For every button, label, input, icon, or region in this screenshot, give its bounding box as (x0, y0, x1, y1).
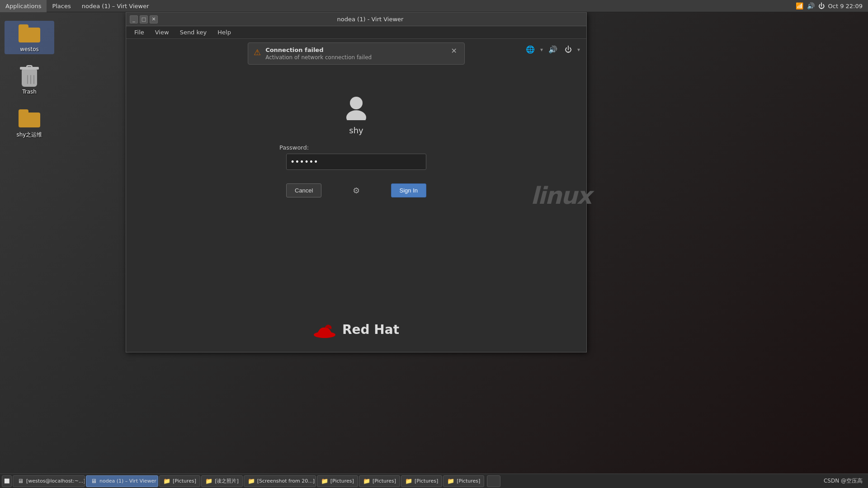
taskbar: ⬜ 🖥 [westos@localhost:~...] 🖥 nodea (1) … (0, 474, 868, 488)
icon-label-trash: Trash (22, 89, 37, 95)
taskbar-pictures6[interactable]: 📁 [Pictures] (443, 475, 484, 487)
taskbar-pictures3-label: [Pictures] (330, 478, 354, 484)
pictures1-icon: 📁 (163, 478, 170, 485)
pictures3-icon: 📁 (321, 478, 328, 485)
settings-gear-icon[interactable]: ⚙ (353, 186, 360, 195)
cancel-button[interactable]: Cancel (286, 183, 321, 197)
taskbar-screenshot[interactable]: 📁 [Screenshot from 20...] (244, 475, 316, 487)
show-desktop-icon: ⬜ (4, 479, 9, 483)
folder-icon-shy (19, 108, 40, 129)
menu-view[interactable]: View (151, 28, 174, 37)
taskbar-westos-terminal[interactable]: 🖥 [westos@localhost:~...] (13, 475, 85, 487)
menu-help[interactable]: Help (213, 28, 236, 37)
pictures6-icon: 📁 (447, 478, 454, 485)
terminal-icon: 🖥 (17, 478, 24, 485)
password-label: Password: (279, 144, 309, 151)
notif-close-button[interactable]: ✕ (449, 47, 459, 55)
screenshot-icon: 📁 (248, 478, 255, 485)
taskbar-right-text: CSDN @空压高 (824, 477, 863, 485)
virt-menubar: File View Send key Help (126, 26, 586, 39)
viewer-icon: 🖥 (90, 478, 97, 485)
taskbar-pictures5[interactable]: 📁 [Pictures] (401, 475, 442, 487)
icon-label-westos: westos (20, 46, 39, 52)
taskbar-pictures6-label: [Pictures] (457, 478, 480, 484)
password-input[interactable] (286, 154, 426, 170)
trash-icon (19, 65, 40, 87)
notification-bar: ⚠ Connection failed Activation of networ… (248, 42, 465, 65)
notif-title: Connection failed (265, 47, 444, 53)
svg-point-0 (350, 97, 363, 109)
places-menu[interactable]: Places (47, 0, 76, 12)
notif-subtitle: Activation of network connection failed (265, 54, 444, 61)
maximize-button[interactable]: □ (140, 15, 148, 23)
desktop-icon-shy-folder[interactable]: shy之运维 (5, 106, 54, 141)
taskbar-pictures1[interactable]: 📁 [Pictures] (159, 475, 200, 487)
taskbar-screenshot-label: [Screenshot from 20...] (257, 478, 315, 484)
desktop-icon-westos[interactable]: westos (5, 21, 54, 54)
vm-topright-icons: 🌐 ▾ 🔊 ⏻ ▾ (524, 43, 580, 56)
taskbar-pictures4[interactable]: 📁 [Pictures] (359, 475, 400, 487)
redhat-logo: Red Hat (313, 320, 399, 338)
linux-watermark: linux (531, 182, 591, 209)
topbar: Applications Places nodea (1) – Virt Vie… (0, 0, 868, 12)
username-display: shy (349, 126, 363, 135)
topbar-right: 📶 🔊 ⏻ Oct 9 22:09 (796, 2, 868, 9)
desktop-icons: westos Trash (0, 16, 59, 154)
speaker-icon: 🔊 (807, 2, 815, 9)
taskbar-pictures2-label: [读之照片] (215, 478, 239, 484)
network-dropdown[interactable]: ▾ (540, 47, 543, 53)
menu-file[interactable]: File (130, 28, 149, 37)
desktop-icon-trash[interactable]: Trash (5, 63, 54, 97)
power-dropdown[interactable]: ▾ (577, 47, 580, 53)
icon-label-shy: shy之运维 (17, 131, 42, 139)
window-title-topbar: nodea (1) – Virt Viewer (76, 0, 155, 12)
taskbar-pictures5-label: [Pictures] (415, 478, 438, 484)
topbar-left: Applications Places nodea (1) – Virt Vie… (0, 0, 154, 12)
applications-menu[interactable]: Applications (0, 0, 47, 12)
vm-content: 🌐 ▾ 🔊 ⏻ ▾ ⚠ Connection failed Activation… (126, 39, 586, 352)
taskbar-spacer (487, 475, 500, 487)
svg-point-1 (346, 110, 366, 120)
redhat-brand-text: Red Hat (342, 322, 399, 337)
virt-window-title: nodea (1) - Virt Viewer (158, 16, 583, 23)
notif-warning-icon: ⚠ (254, 47, 261, 57)
wifi-icon: 📶 (796, 2, 803, 9)
user-avatar (343, 93, 370, 120)
close-button[interactable]: ✕ (150, 15, 158, 23)
taskbar-westos-label: [westos@localhost:~...] (26, 478, 85, 484)
volume-icon[interactable]: 🔊 (547, 43, 559, 56)
taskbar-pictures3[interactable]: 📁 [Pictures] (317, 475, 358, 487)
taskbar-pictures4-label: [Pictures] (373, 478, 396, 484)
pictures5-icon: 📁 (405, 478, 412, 485)
signin-button[interactable]: Sign In (391, 183, 426, 197)
login-area: shy Password: Cancel ⚙ Sign In (279, 93, 433, 197)
window-controls: _ □ ✕ (130, 15, 158, 23)
taskbar-pictures1-label: [Pictures] (173, 478, 196, 484)
datetime: Oct 9 22:09 (828, 3, 863, 9)
minimize-button[interactable]: _ (130, 15, 138, 23)
redhat-hat-icon (313, 320, 336, 338)
network-icon[interactable]: 🌐 (524, 43, 537, 56)
show-desktop-button[interactable]: ⬜ (2, 475, 12, 487)
desktop: Applications Places nodea (1) – Virt Vie… (0, 0, 868, 488)
virt-titlebar: _ □ ✕ nodea (1) - Virt Viewer (126, 13, 586, 26)
taskbar-pictures2[interactable]: 📁 [读之照片] (201, 475, 243, 487)
pictures2-icon: 📁 (205, 478, 212, 485)
virt-viewer-window: _ □ ✕ nodea (1) - Virt Viewer File View … (126, 12, 587, 352)
notif-text: Connection failed Activation of network … (265, 47, 444, 61)
taskbar-nodea-label: nodea (1) – Virt Viewer (99, 478, 156, 484)
avatar-icon (343, 93, 370, 120)
taskbar-nodea-viewer[interactable]: 🖥 nodea (1) – Virt Viewer (86, 475, 158, 487)
pictures4-icon: 📁 (363, 478, 370, 485)
taskbar-right: CSDN @空压高 (824, 477, 866, 485)
power-icon: ⏻ (818, 2, 825, 9)
folder-icon-westos (19, 23, 40, 44)
login-buttons: Cancel ⚙ Sign In (286, 183, 426, 197)
power-vm-icon[interactable]: ⏻ (563, 43, 574, 56)
menu-sendkey[interactable]: Send key (175, 28, 212, 37)
taskbar-apps: 🖥 [westos@localhost:~...] 🖥 nodea (1) – … (13, 475, 484, 487)
